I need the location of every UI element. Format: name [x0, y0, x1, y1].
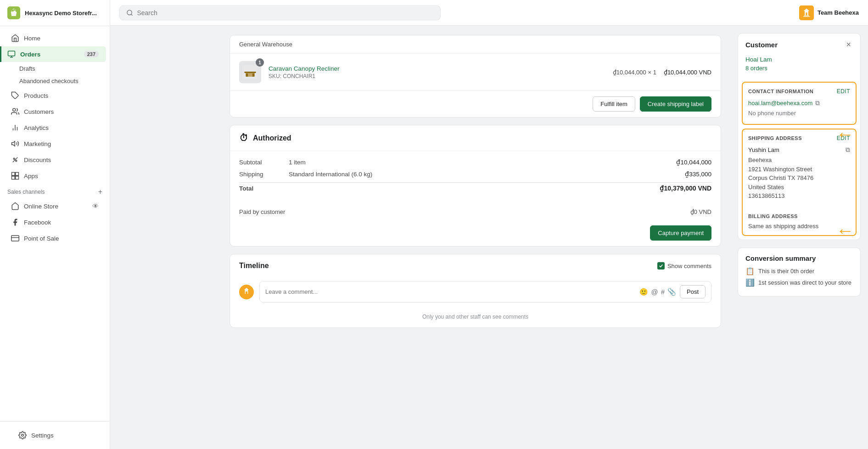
products-icon	[11, 91, 19, 100]
product-name[interactable]: Caravan Canopy Recliner	[269, 65, 605, 72]
paid-row: Paid by customer ₫0 VND	[230, 204, 721, 220]
svg-rect-13	[12, 173, 15, 176]
copy-address-icon[interactable]: ⧉	[846, 146, 850, 154]
sidebar-item-orders[interactable]: Orders 237	[0, 46, 106, 62]
conversion-item-1-text: 1st session was direct to your store	[758, 279, 851, 286]
search-bar[interactable]	[119, 6, 441, 20]
svg-marker-9	[12, 141, 15, 146]
svg-point-10	[13, 158, 15, 159]
contact-information-section: CONTACT INFORMATION Edit hoai.lam@beehex…	[742, 82, 857, 125]
conversion-item-1: ℹ️ 1st session was direct to your store	[745, 278, 853, 287]
search-input[interactable]	[137, 9, 434, 17]
svg-rect-27	[252, 73, 254, 77]
shipping-edit-link[interactable]: Edit	[837, 135, 850, 141]
analytics-label: Analytics	[24, 124, 49, 131]
comment-input-area[interactable]: 🙂 @ # 📎 Post	[259, 281, 711, 303]
timeline-card: Timeline Show comments	[230, 254, 721, 328]
svg-rect-25	[245, 72, 256, 73]
timeline-title: Timeline	[239, 262, 269, 270]
search-icon	[126, 9, 133, 17]
shipping-amount: ₫335,000	[685, 170, 711, 178]
fulfill-item-button[interactable]: Fulfill item	[593, 96, 635, 112]
emoji-icon[interactable]: 🙂	[639, 288, 648, 296]
product-qty-badge: 1	[256, 58, 264, 67]
sidebar-item-products[interactable]: Products	[4, 88, 106, 103]
apps-label: Apps	[24, 173, 38, 180]
team-badge: Team Beehexa	[799, 6, 859, 20]
customer-panel-header: Customer ×	[738, 34, 860, 56]
sidebar-item-apps[interactable]: Apps	[4, 168, 106, 184]
sidebar-item-home[interactable]: Home	[4, 30, 106, 46]
paid-label: Paid by customer	[239, 208, 285, 215]
sidebar-item-drafts[interactable]: Drafts	[0, 62, 110, 75]
team-logo	[799, 6, 814, 20]
drafts-label: Drafts	[19, 65, 35, 72]
total-row: Total ₫10,379,000 VND	[239, 185, 711, 192]
authorized-status: Authorized	[253, 134, 291, 142]
sidebar-item-abandoned[interactable]: Abandoned checkouts	[0, 75, 110, 87]
products-label: Products	[24, 92, 48, 99]
shipping-row: Shipping Standard International (6.0 kg)…	[239, 170, 711, 178]
online-store-eye-icon: 👁	[92, 202, 99, 210]
sidebar-item-discounts[interactable]: Discounts	[4, 152, 106, 168]
settings-label: Settings	[31, 432, 54, 439]
sidebar: Hexasync Demo Storefr... Home Orders 237…	[0, 0, 110, 449]
conversion-session-icon: ℹ️	[745, 278, 755, 287]
contact-edit-link[interactable]: Edit	[837, 88, 850, 95]
shipping-address: 1921 Washington Street	[748, 165, 850, 174]
product-card: General Warehouse 1 Car	[230, 35, 721, 118]
sidebar-item-marketing[interactable]: Marketing	[4, 136, 106, 152]
sidebar-item-settings[interactable]: Settings	[11, 427, 99, 443]
mention-icon[interactable]: @	[651, 288, 658, 296]
shipping-name: Yushin Lam ⧉	[748, 146, 850, 154]
conversion-item-0: 📋 This is their 0th order	[745, 267, 853, 275]
shipping-label: Shipping	[239, 171, 285, 178]
content-area: General Warehouse 1 Car	[220, 26, 730, 449]
settings-icon	[18, 431, 27, 439]
svg-point-20	[127, 10, 132, 15]
svg-rect-16	[16, 176, 19, 180]
home-label: Home	[24, 35, 40, 42]
svg-point-19	[22, 434, 24, 437]
customers-label: Customers	[24, 108, 54, 115]
show-comments-checkbox[interactable]	[657, 262, 665, 269]
hashtag-icon[interactable]: #	[661, 288, 665, 296]
post-button[interactable]: Post	[680, 285, 706, 298]
capture-payment-button[interactable]: Capture payment	[650, 225, 711, 241]
sidebar-header: Hexasync Demo Storefr...	[0, 0, 110, 26]
svg-rect-26	[246, 73, 248, 77]
product-total-price: ₫10,044,000 VND	[664, 69, 711, 76]
subtotal-row: Subtotal 1 item ₫10,044,000	[239, 158, 711, 166]
svg-point-11	[16, 160, 17, 162]
attachment-icon[interactable]: 📎	[667, 288, 676, 296]
shopify-logo	[7, 6, 20, 19]
customers-icon	[11, 107, 19, 116]
topbar-right: Team Beehexa	[799, 6, 859, 20]
customer-close-button[interactable]: ×	[844, 40, 853, 50]
billing-same-as-shipping: Same as shipping address	[748, 223, 850, 230]
svg-rect-14	[16, 173, 19, 176]
sidebar-item-online-store[interactable]: Online Store 👁	[4, 198, 106, 214]
home-icon	[11, 34, 19, 42]
sidebar-item-point-of-sale[interactable]: Point of Sale	[4, 230, 106, 246]
product-thumbnail	[243, 65, 257, 79]
orders-label: Orders	[20, 51, 40, 58]
comment-input[interactable]	[265, 288, 636, 295]
sidebar-item-analytics[interactable]: Analytics	[4, 120, 106, 135]
create-shipping-label-button[interactable]: Create shipping label	[640, 96, 711, 112]
add-sales-channel-icon[interactable]: +	[98, 188, 102, 196]
sidebar-item-facebook[interactable]: Facebook	[4, 214, 106, 230]
avatar-icon	[242, 287, 251, 297]
customer-orders-link[interactable]: 8 orders	[738, 65, 860, 78]
show-comments-toggle[interactable]: Show comments	[657, 262, 711, 269]
discounts-label: Discounts	[24, 157, 51, 163]
svg-rect-17	[11, 236, 19, 241]
svg-rect-15	[12, 176, 15, 180]
customer-panel: Customer × Hoai Lam 8 orders CONTACT INF…	[738, 33, 861, 240]
copy-email-icon[interactable]: ⧉	[815, 99, 820, 107]
customer-name-link[interactable]: Hoai Lam	[738, 56, 860, 65]
sidebar-navigation: Home Orders 237 Drafts Abandoned checkou…	[0, 26, 110, 421]
svg-point-5	[13, 108, 16, 111]
sales-channels-section: Sales channels +	[0, 184, 110, 198]
sidebar-item-customers[interactable]: Customers	[4, 104, 106, 119]
